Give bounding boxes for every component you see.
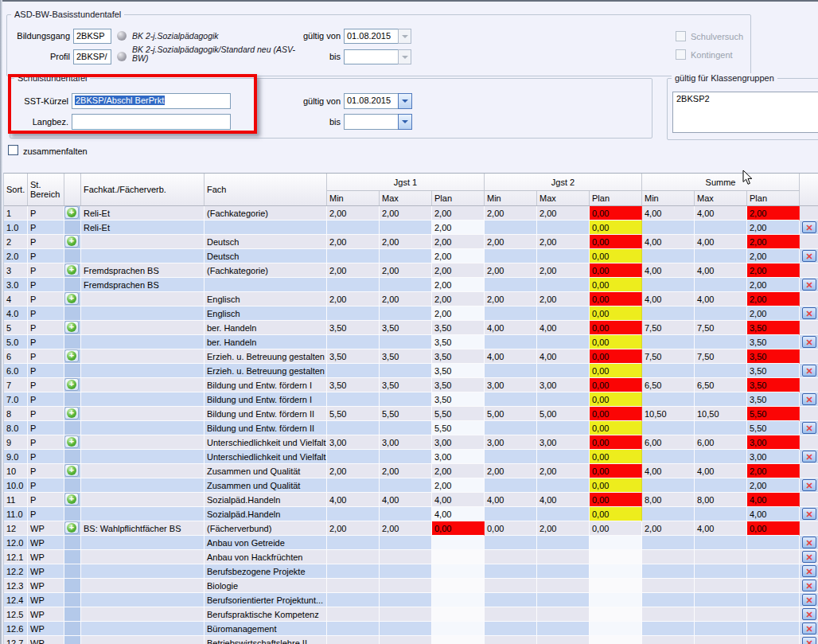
- cell-value[interactable]: [642, 478, 695, 493]
- cell-value[interactable]: [380, 335, 432, 349]
- cell-value[interactable]: 0,00: [485, 521, 537, 536]
- cell-fach[interactable]: Berufsbezogene Projekte: [204, 564, 327, 579]
- cell-value[interactable]: 6,50: [642, 378, 695, 392]
- cell-value[interactable]: [327, 364, 380, 378]
- basis-bis-field[interactable]: [344, 49, 399, 64]
- delete-row-button close-icon[interactable]: ✕: [802, 307, 816, 319]
- cell-value[interactable]: 3,00: [432, 450, 485, 464]
- cell-value[interactable]: [485, 593, 537, 607]
- cell-value[interactable]: [380, 421, 432, 435]
- sst-gueltig-von-dropdown chevron-down-icon[interactable]: [398, 93, 412, 109]
- cell-value[interactable]: [380, 593, 432, 607]
- cell-value[interactable]: [537, 579, 590, 593]
- cell-value[interactable]: [485, 306, 537, 321]
- cell-value[interactable]: [380, 636, 432, 644]
- cell-value[interactable]: 4,00: [695, 464, 747, 478]
- cell-value[interactable]: [485, 579, 537, 593]
- cell-value[interactable]: 0,00: [590, 335, 642, 349]
- cell-value[interactable]: 5,50: [327, 407, 380, 421]
- cell-value[interactable]: 2,00: [537, 521, 590, 536]
- cell-value[interactable]: [327, 550, 380, 564]
- cell-value[interactable]: 2,00: [537, 464, 590, 478]
- cell-fachkat[interactable]: [81, 450, 204, 464]
- cell-value[interactable]: [327, 607, 380, 622]
- profil-field[interactable]: 2BKSP/: [73, 49, 111, 64]
- cell-fachkat[interactable]: [81, 536, 204, 550]
- cell-fach[interactable]: Bildung und Entw. fördern II: [204, 407, 327, 421]
- basis-gueltig-von-field[interactable]: 01.08.2015: [344, 29, 399, 44]
- cell-fachkat[interactable]: [81, 349, 204, 364]
- cell-value[interactable]: [327, 622, 380, 636]
- cell-value[interactable]: 0,00: [590, 278, 642, 292]
- cell-value[interactable]: [537, 536, 590, 550]
- cell-value[interactable]: 2,00: [380, 464, 432, 478]
- cell-value[interactable]: 4,00: [485, 493, 537, 507]
- add-row-button plus-icon[interactable]: +: [64, 493, 79, 505]
- cell-value[interactable]: [642, 507, 695, 521]
- cell-value[interactable]: 4,00: [747, 507, 800, 521]
- cell-value[interactable]: [327, 636, 380, 644]
- cell-value[interactable]: 4,00: [327, 493, 380, 507]
- cell-fachkat[interactable]: [81, 378, 204, 392]
- cell-fachkat[interactable]: [81, 464, 204, 478]
- cell-value[interactable]: 0,00: [747, 521, 800, 536]
- delete-row-button close-icon[interactable]: ✕: [802, 221, 816, 233]
- cell-value[interactable]: 6,00: [642, 435, 695, 450]
- cell-fach[interactable]: Anbau von Getreide: [204, 536, 327, 550]
- cell-fach[interactable]: Erzieh. u. Betreuung gestalten: [204, 364, 327, 378]
- cell-value[interactable]: [590, 593, 642, 607]
- cell-fachkat[interactable]: [81, 435, 204, 450]
- cell-value[interactable]: 3,00: [747, 435, 800, 450]
- cell-value[interactable]: [485, 450, 537, 464]
- delete-row-button close-icon[interactable]: ✕: [802, 508, 816, 520]
- cell-value[interactable]: [327, 564, 380, 579]
- cell-value[interactable]: [590, 579, 642, 593]
- cell-value[interactable]: [432, 550, 485, 564]
- cell-value[interactable]: [380, 306, 432, 321]
- cell-value[interactable]: 2,00: [432, 278, 485, 292]
- cell-value[interactable]: 2,00: [485, 206, 537, 221]
- cell-value[interactable]: 8,00: [642, 493, 695, 507]
- cell-value[interactable]: 4,00: [642, 235, 695, 249]
- cell-fachkat[interactable]: [81, 421, 204, 435]
- cell-value[interactable]: [537, 278, 590, 292]
- delete-row-button close-icon[interactable]: ✕: [802, 623, 816, 634]
- cell-value[interactable]: 10,50: [695, 407, 747, 421]
- cell-value[interactable]: [380, 564, 432, 579]
- cell-value[interactable]: [380, 536, 432, 550]
- cell-value[interactable]: [537, 607, 590, 622]
- cell-value[interactable]: [485, 421, 537, 435]
- cell-value[interactable]: [432, 593, 485, 607]
- cell-value[interactable]: 2,00: [327, 235, 380, 249]
- cell-value[interactable]: [380, 478, 432, 493]
- cell-value[interactable]: 2,00: [327, 521, 380, 536]
- cell-value[interactable]: [380, 221, 432, 235]
- cell-value[interactable]: [485, 249, 537, 263]
- cell-value[interactable]: 3,50: [432, 321, 485, 335]
- cell-value[interactable]: [537, 507, 590, 521]
- cell-fach[interactable]: Berufspraktische Kompetenz: [204, 607, 327, 622]
- cell-value[interactable]: 0,00: [590, 221, 642, 235]
- klassengruppen-list-item[interactable]: 2BKSP2: [676, 94, 816, 103]
- cell-fachkat[interactable]: [81, 321, 204, 335]
- cell-value[interactable]: [590, 564, 642, 579]
- cell-fachkat[interactable]: [81, 622, 204, 636]
- cell-value[interactable]: [695, 550, 747, 564]
- cell-value[interactable]: [380, 364, 432, 378]
- cell-fachkat[interactable]: [81, 550, 204, 564]
- cell-fachkat[interactable]: [81, 392, 204, 407]
- cell-value[interactable]: 4,00: [642, 464, 695, 478]
- cell-value[interactable]: 4,00: [537, 349, 590, 364]
- cell-value[interactable]: [537, 306, 590, 321]
- cell-value[interactable]: [327, 593, 380, 607]
- cell-fachkat[interactable]: [81, 292, 204, 306]
- delete-row-button close-icon[interactable]: ✕: [802, 565, 816, 577]
- delete-row-button close-icon[interactable]: ✕: [802, 250, 816, 262]
- cell-value[interactable]: [432, 564, 485, 579]
- cell-fach[interactable]: Englisch: [204, 292, 327, 306]
- cell-value[interactable]: [537, 450, 590, 464]
- cell-value[interactable]: [432, 636, 485, 644]
- add-row-button plus-icon[interactable]: +: [64, 464, 79, 477]
- cell-value[interactable]: [695, 579, 747, 593]
- cell-value[interactable]: [695, 593, 747, 607]
